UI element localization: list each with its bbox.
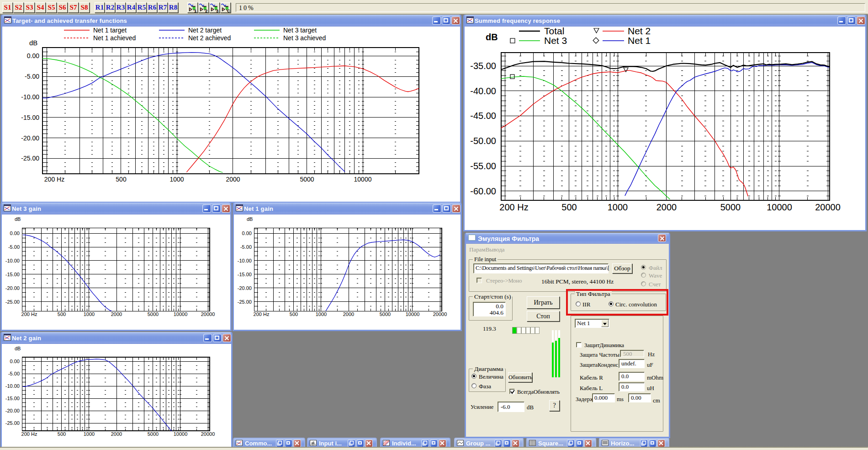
svg-text:3: 3 bbox=[216, 8, 218, 13]
svg-text:10000: 10000 bbox=[174, 311, 188, 317]
svg-text:-50.00: -50.00 bbox=[470, 136, 496, 146]
svg-text:1000: 1000 bbox=[316, 311, 327, 317]
svg-text:0.00: 0.00 bbox=[10, 359, 20, 364]
svg-text:Total: Total bbox=[544, 27, 564, 36]
svg-text:-55.00: -55.00 bbox=[470, 161, 496, 171]
svg-text:-5.00: -5.00 bbox=[25, 73, 39, 80]
svg-text:-5.00: -5.00 bbox=[8, 371, 20, 376]
svg-text:-10.00: -10.00 bbox=[5, 258, 20, 263]
svg-text:500: 500 bbox=[58, 311, 66, 317]
svg-text:2000: 2000 bbox=[111, 431, 122, 437]
svg-text:-15.00: -15.00 bbox=[5, 396, 20, 401]
svg-text:-5.00: -5.00 bbox=[240, 244, 252, 250]
svg-text:Net 1 target: Net 1 target bbox=[93, 27, 127, 34]
svg-text:Net 1 achieved: Net 1 achieved bbox=[93, 34, 136, 42]
svg-text:-20.00: -20.00 bbox=[238, 285, 252, 291]
svg-text:-25.00: -25.00 bbox=[5, 420, 20, 426]
svg-text:-10.00: -10.00 bbox=[5, 383, 20, 389]
svg-text:-25.00: -25.00 bbox=[5, 299, 20, 305]
svg-text:Net 2 achieved: Net 2 achieved bbox=[188, 34, 231, 42]
svg-text:-40.00: -40.00 bbox=[470, 86, 496, 96]
svg-text:200 Hz: 200 Hz bbox=[21, 311, 37, 317]
svg-text:10000: 10000 bbox=[174, 431, 188, 437]
svg-text:-25.00: -25.00 bbox=[238, 299, 252, 305]
svg-text:20000: 20000 bbox=[815, 202, 841, 212]
svg-text:0.00: 0.00 bbox=[27, 52, 39, 59]
svg-text:-5.00: -5.00 bbox=[8, 244, 20, 250]
svg-text:2000: 2000 bbox=[343, 311, 354, 317]
svg-text:C: C bbox=[227, 8, 230, 13]
svg-text:-35.00: -35.00 bbox=[470, 61, 496, 71]
svg-text:Net 1: Net 1 bbox=[628, 35, 651, 46]
svg-text:-10.00: -10.00 bbox=[238, 258, 252, 263]
svg-text:2: 2 bbox=[205, 8, 207, 13]
svg-text:-20.00: -20.00 bbox=[5, 408, 20, 413]
svg-text:0.00: 0.00 bbox=[10, 230, 20, 236]
svg-text:dB: dB bbox=[29, 39, 37, 47]
svg-text:-20.00: -20.00 bbox=[5, 285, 20, 291]
svg-text:200 Hz: 200 Hz bbox=[21, 431, 37, 437]
svg-text:-25.00: -25.00 bbox=[21, 155, 39, 162]
svg-text:-15.00: -15.00 bbox=[5, 272, 20, 277]
svg-text:500: 500 bbox=[116, 176, 127, 183]
svg-text:1000: 1000 bbox=[169, 176, 184, 183]
svg-text:dB: dB bbox=[15, 346, 21, 351]
svg-text:-15.00: -15.00 bbox=[21, 114, 39, 121]
svg-text:Net 2: Net 2 bbox=[628, 27, 651, 36]
svg-text:dB: dB bbox=[15, 216, 21, 222]
svg-text:10000: 10000 bbox=[406, 311, 420, 317]
svg-text:10000: 10000 bbox=[354, 176, 372, 183]
svg-text:5000: 5000 bbox=[148, 311, 159, 317]
svg-text:2000: 2000 bbox=[111, 311, 122, 317]
svg-text:20000: 20000 bbox=[433, 311, 447, 317]
svg-text:Net 2 target: Net 2 target bbox=[188, 27, 222, 34]
svg-text:200 Hz: 200 Hz bbox=[44, 176, 64, 183]
svg-text:1000: 1000 bbox=[84, 311, 95, 317]
svg-text:5000: 5000 bbox=[300, 176, 314, 183]
svg-text:500: 500 bbox=[58, 431, 66, 437]
svg-text:5000: 5000 bbox=[380, 311, 391, 317]
svg-text:500: 500 bbox=[290, 311, 298, 317]
svg-text:Net 3 target: Net 3 target bbox=[283, 27, 317, 34]
svg-text:-10.00: -10.00 bbox=[21, 93, 39, 101]
svg-text:1: 1 bbox=[194, 8, 197, 13]
svg-text:dB: dB bbox=[247, 216, 253, 222]
svg-text:2000: 2000 bbox=[656, 202, 677, 212]
svg-text:-60.00: -60.00 bbox=[470, 186, 496, 196]
svg-text:-15.00: -15.00 bbox=[238, 272, 252, 277]
svg-text:1000: 1000 bbox=[608, 202, 628, 212]
svg-text:10000: 10000 bbox=[767, 202, 792, 212]
svg-text:200 Hz: 200 Hz bbox=[499, 202, 528, 212]
svg-text:2000: 2000 bbox=[226, 176, 240, 183]
svg-text:5000: 5000 bbox=[148, 431, 159, 437]
svg-text:0.00: 0.00 bbox=[242, 230, 252, 236]
svg-text:200 Hz: 200 Hz bbox=[254, 311, 270, 317]
svg-text:-20.00: -20.00 bbox=[21, 134, 39, 142]
svg-text:1000: 1000 bbox=[84, 431, 95, 437]
svg-text:-45.00: -45.00 bbox=[470, 111, 496, 121]
svg-text:Net 3: Net 3 bbox=[544, 35, 567, 46]
svg-text:5000: 5000 bbox=[720, 202, 741, 212]
svg-text:20000: 20000 bbox=[201, 311, 215, 317]
svg-text:dB: dB bbox=[486, 32, 498, 42]
svg-text:20000: 20000 bbox=[201, 431, 215, 437]
svg-text:Net 3 achieved: Net 3 achieved bbox=[283, 34, 326, 42]
svg-text:500: 500 bbox=[561, 202, 577, 212]
